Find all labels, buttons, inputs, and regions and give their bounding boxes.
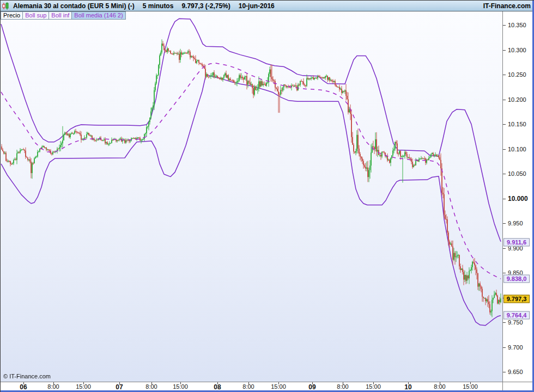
y-axis-tick: [503, 75, 506, 75]
y-axis-label: 10.200: [508, 96, 526, 103]
tab-precio[interactable]: Precio: [1, 11, 23, 20]
y-axis-tick: [503, 322, 506, 323]
indicator-tabs: PrecioBoll supBoll infBoll media (146 2): [1, 11, 126, 20]
x-axis-label: 15:00: [173, 383, 188, 390]
x-axis-label: 15:00: [76, 383, 91, 390]
x-axis-label: 8:00: [145, 383, 157, 390]
x-axis-label: 15:00: [271, 383, 286, 390]
price-axis[interactable]: 10.35010.30010.25010.20010.15010.10010.0…: [502, 11, 533, 382]
tab-boll-sup[interactable]: Boll sup: [22, 11, 49, 20]
last-price-change: 9.797,3 (-2,75%): [181, 2, 230, 10]
y-axis-tick: [503, 174, 506, 174]
y-axis-label: 10.050: [508, 170, 526, 177]
y-axis-tick: [503, 124, 506, 125]
band-value-tag: 9.838,0: [503, 275, 530, 283]
candlestick-icon: [2, 2, 10, 10]
x-axis-label: 08: [214, 383, 221, 391]
tab-boll-inf[interactable]: Boll inf: [48, 11, 72, 20]
timeframe-label: 5 minutos: [143, 2, 174, 10]
y-axis-label: 10.100: [508, 146, 526, 152]
title-bar: Alemania 30 al contado (EUR 5 Mini) (-) …: [1, 1, 534, 11]
y-axis-label: 10.150: [508, 121, 526, 127]
y-axis-label: 10.300: [508, 47, 526, 53]
last-price-tag: 9.797,3: [503, 295, 530, 303]
y-axis-tick: [503, 100, 506, 100]
band-value-tag: 9.764,4: [503, 311, 530, 320]
x-axis-label: 10: [404, 383, 411, 391]
time-axis[interactable]: 068:0015:00078:0015:00088:0015:00098:001…: [1, 382, 533, 391]
brand-label: IT-Finance.com: [483, 2, 531, 10]
instrument-title: Alemania 30 al contado (EUR 5 Mini) (-): [13, 2, 135, 10]
y-axis-tick: [503, 149, 506, 150]
y-axis-tick: [503, 347, 506, 348]
y-axis-tick: [503, 273, 506, 273]
chart-area: © IT-Finance.com: [1, 11, 502, 382]
y-axis-tick: [503, 50, 506, 51]
x-axis-label: 07: [116, 383, 123, 391]
y-axis-tick: [503, 372, 506, 372]
y-axis-label: 9.700: [508, 344, 523, 351]
band-value-tag: 9.911,6: [503, 238, 530, 247]
copyright-label: © IT-Finance.com: [3, 373, 51, 379]
app-window: Alemania 30 al contado (EUR 5 Mini) (-) …: [0, 0, 534, 392]
y-axis-label: 10.350: [508, 22, 526, 28]
y-axis-tick: [503, 223, 506, 224]
x-axis-label: 8:00: [434, 383, 445, 390]
y-axis-tick: [503, 199, 506, 199]
x-axis-label: 15:00: [463, 383, 478, 390]
y-axis-tick: [503, 248, 506, 249]
y-axis-label: 9.650: [508, 369, 523, 375]
y-axis-label: 9.950: [508, 220, 523, 226]
x-axis-label: 09: [308, 383, 315, 391]
y-axis-tick: [503, 25, 506, 26]
tab-boll-media-146-2-[interactable]: Boll media (146 2): [71, 11, 125, 20]
y-axis-label: 10.250: [508, 71, 526, 78]
price-chart-canvas[interactable]: [1, 11, 502, 382]
date-label: 10-jun-2016: [239, 2, 275, 10]
x-axis-label: 06: [20, 383, 27, 391]
x-axis-label: 15:00: [366, 383, 381, 390]
y-axis-label: 9.750: [508, 319, 523, 326]
y-axis-label: 10.000: [508, 195, 528, 203]
x-axis-label: 8:00: [242, 383, 254, 390]
x-axis-label: 8:00: [337, 383, 348, 390]
x-axis-label: 8:00: [47, 383, 59, 390]
